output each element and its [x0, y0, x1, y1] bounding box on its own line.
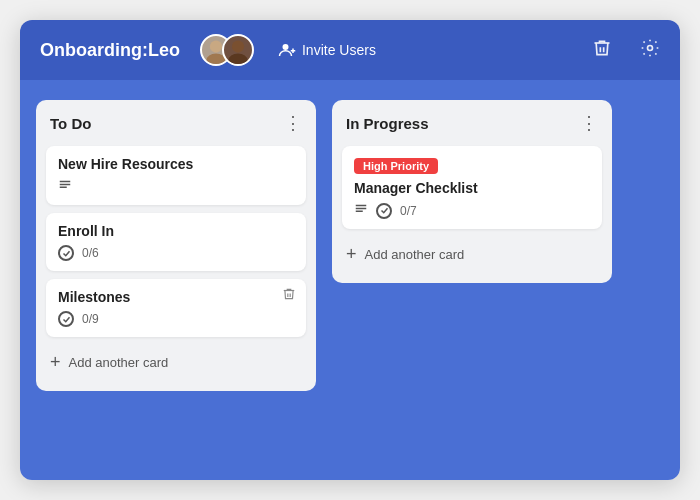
card-delete-icon[interactable] [282, 287, 296, 304]
board: To Do ⋮ New Hire Resources [20, 80, 680, 480]
card-title: Milestones [58, 289, 294, 305]
invite-label: Invite Users [302, 42, 376, 58]
list-todo: To Do ⋮ New Hire Resources [36, 100, 316, 391]
add-card-label: Add another card [69, 355, 169, 370]
add-card-label: Add another card [365, 247, 465, 262]
svg-point-3 [228, 54, 247, 65]
checklist-count: 0/7 [400, 204, 417, 218]
trash-icon[interactable] [592, 38, 612, 63]
svg-point-0 [210, 40, 222, 52]
list-menu-inprogress[interactable]: ⋮ [580, 114, 598, 132]
invite-users-button[interactable]: Invite Users [278, 41, 376, 59]
svg-point-4 [282, 44, 288, 50]
card-meta: 0/6 [58, 245, 294, 261]
add-user-icon [278, 41, 296, 59]
checklist-count: 0/9 [82, 312, 99, 326]
board-title: Onboarding:Leo [40, 40, 180, 61]
plus-icon: + [50, 353, 61, 371]
checklist-count: 0/6 [82, 246, 99, 260]
avatar-2[interactable] [222, 34, 254, 66]
svg-point-2 [232, 40, 244, 52]
list-header-todo: To Do ⋮ [46, 112, 306, 138]
add-card-inprogress[interactable]: + Add another card [342, 237, 602, 271]
settings-icon[interactable] [640, 38, 660, 63]
checklist-icon [58, 311, 74, 327]
card-manager-checklist[interactable]: High Priority Manager Checklist 0/7 [342, 146, 602, 229]
add-card-todo[interactable]: + Add another card [46, 345, 306, 379]
description-icon [58, 178, 72, 195]
list-menu-todo[interactable]: ⋮ [284, 114, 302, 132]
header: Onboarding:Leo [20, 20, 680, 80]
card-new-hire-resources[interactable]: New Hire Resources [46, 146, 306, 205]
card-enroll-in[interactable]: Enroll In 0/6 [46, 213, 306, 271]
card-meta [58, 178, 294, 195]
card-meta: 0/9 [58, 311, 294, 327]
card-title: Enroll In [58, 223, 294, 239]
list-title-inprogress: In Progress [346, 115, 429, 132]
app-container: Onboarding:Leo [20, 20, 680, 480]
avatar-group [200, 34, 254, 66]
list-header-inprogress: In Progress ⋮ [342, 112, 602, 138]
svg-point-7 [648, 45, 653, 50]
card-milestones[interactable]: Milestones 0/9 [46, 279, 306, 337]
card-title: Manager Checklist [354, 180, 590, 196]
description-icon [354, 202, 368, 219]
checklist-icon [58, 245, 74, 261]
card-title: New Hire Resources [58, 156, 294, 172]
list-inprogress: In Progress ⋮ High Priority Manager Chec… [332, 100, 612, 283]
card-meta: 0/7 [354, 202, 590, 219]
plus-icon: + [346, 245, 357, 263]
list-title-todo: To Do [50, 115, 91, 132]
checklist-icon [376, 203, 392, 219]
priority-badge: High Priority [354, 158, 438, 174]
